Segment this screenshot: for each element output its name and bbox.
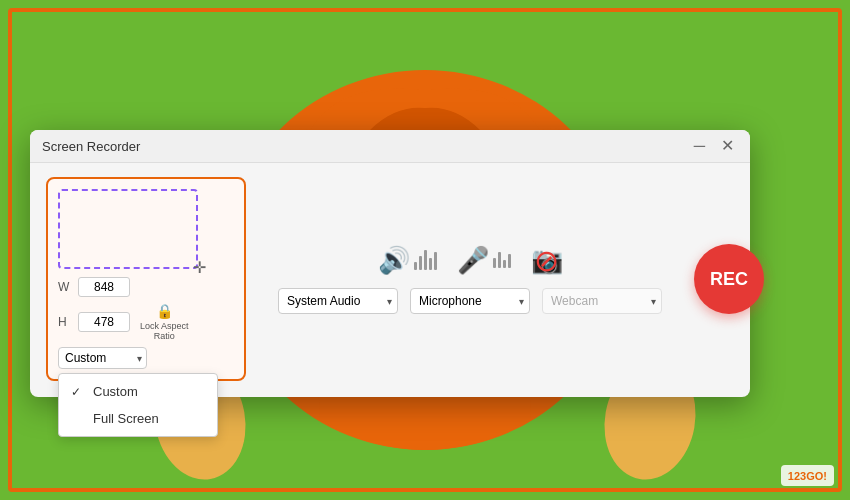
bar-5	[434, 252, 437, 270]
system-audio-select[interactable]: System Audio	[278, 288, 398, 314]
area-select[interactable]: Custom Full Screen	[58, 347, 147, 369]
dropdown-item-custom[interactable]: ✓ Custom	[59, 378, 217, 405]
speaker-group: 🔊	[378, 245, 437, 276]
area-select-wrapper: Custom Full Screen	[58, 347, 147, 369]
height-label: H	[58, 315, 72, 329]
lock-aspect-label: Lock AspectRatio	[140, 321, 189, 341]
width-row: W	[58, 277, 234, 297]
microphone-wrapper: Microphone	[410, 288, 530, 314]
webcam-group: 📷 ⊘	[531, 245, 563, 276]
screen-recorder-dialog: Screen Recorder ─ ✕ ✛ W H 🔒	[30, 130, 750, 397]
mic-group: 🎤	[457, 245, 511, 276]
bar-4	[429, 258, 432, 270]
move-icon: ✛	[193, 258, 206, 277]
titlebar-buttons: ─ ✕	[690, 138, 738, 154]
height-input[interactable]	[78, 312, 130, 332]
speaker-icon: 🔊	[378, 245, 410, 276]
width-input[interactable]	[78, 277, 130, 297]
system-audio-wrapper: System Audio	[278, 288, 398, 314]
bar-1	[493, 258, 496, 268]
center-controls: 🔊 🎤	[278, 245, 662, 314]
close-button[interactable]: ✕	[717, 138, 738, 154]
bar-2	[419, 256, 422, 270]
bar-3	[503, 260, 506, 268]
dropdown-fullscreen-label: Full Screen	[93, 411, 159, 426]
webcam-wrapper: Webcam	[542, 288, 662, 314]
logo: 123GO!	[781, 465, 834, 486]
bar-4	[508, 254, 511, 268]
rec-button[interactable]: REC	[694, 244, 764, 314]
microphone-select[interactable]: Microphone	[410, 288, 530, 314]
bar-2	[498, 252, 501, 268]
minimize-button[interactable]: ─	[690, 138, 709, 154]
dialog-titlebar: Screen Recorder ─ ✕	[30, 130, 750, 163]
record-area-panel: ✛ W H 🔒 Lock AspectRatio Cust	[46, 177, 246, 381]
lock-icon: 🔒	[156, 303, 173, 319]
bar-1	[414, 262, 417, 270]
check-icon: ✓	[71, 385, 85, 399]
dropdown-custom-label: Custom	[93, 384, 138, 399]
dialog-title: Screen Recorder	[42, 139, 140, 154]
area-selector[interactable]: ✛	[58, 189, 198, 269]
dropdown-item-fullscreen[interactable]: ✓ Full Screen	[59, 405, 217, 432]
dropdown-row: Custom Full Screen ✓ Custom ✓ Full Scree…	[58, 347, 234, 369]
audio-icons-row: 🔊 🎤	[378, 245, 563, 276]
lock-aspect: 🔒 Lock AspectRatio	[140, 303, 189, 341]
webcam-slash-icon: ⊘	[531, 245, 563, 276]
mic-bars	[493, 252, 511, 268]
bar-3	[424, 250, 427, 270]
area-dropdown-menu: ✓ Custom ✓ Full Screen	[58, 373, 218, 437]
dialog-body: ✛ W H 🔒 Lock AspectRatio Cust	[30, 163, 750, 397]
height-row: H 🔒 Lock AspectRatio	[58, 303, 234, 341]
speaker-bars	[414, 250, 437, 270]
webcam-select[interactable]: Webcam	[542, 288, 662, 314]
microphone-icon: 🎤	[457, 245, 489, 276]
width-label: W	[58, 280, 72, 294]
audio-dropdowns-row: System Audio Microphone Webcam	[278, 288, 662, 314]
logo-text: 123GO!	[788, 470, 827, 482]
